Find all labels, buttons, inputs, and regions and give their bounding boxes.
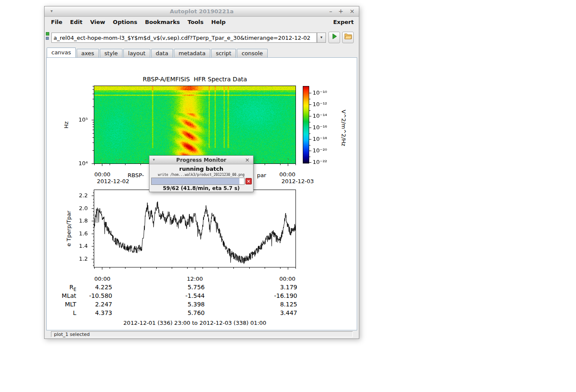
axis-tick-label: 10⁵ <box>66 116 88 123</box>
axis-tick <box>309 110 310 111</box>
spectrogram-plot[interactable] <box>94 86 296 164</box>
axis-tick <box>93 249 94 250</box>
axis-tick <box>93 224 94 225</box>
axis-tick <box>93 127 94 127</box>
ephemeris-row-label: RE <box>47 284 76 292</box>
tab-axes[interactable]: axes <box>77 49 99 57</box>
open-file-button[interactable] <box>342 32 354 43</box>
menu-help[interactable]: Help <box>207 17 229 27</box>
axis-tick-label: 2.2 <box>66 192 88 199</box>
axis-tick <box>93 215 94 215</box>
ephemeris-value: 5.760 <box>166 309 205 316</box>
axis-tick <box>93 130 94 130</box>
colorbar-tick-label: 10⁻¹² <box>313 101 333 107</box>
close-button[interactable]: × <box>349 8 355 15</box>
orange-folder-icon <box>344 33 352 39</box>
axis-tick <box>309 151 311 151</box>
tab-layout[interactable]: layout <box>123 49 150 57</box>
ephemeris-value: 3.447 <box>259 309 297 316</box>
axis-tick <box>93 227 94 228</box>
tab-style[interactable]: style <box>100 49 122 57</box>
axis-tick <box>93 265 94 266</box>
tab-canvas[interactable]: canvas <box>47 48 76 57</box>
axis-tick <box>125 164 125 165</box>
axis-tick <box>93 218 94 218</box>
menu-options[interactable]: Options <box>109 17 141 27</box>
axis-tick <box>93 99 94 99</box>
status-bar: plot_1 selected <box>45 330 359 339</box>
axis-tick <box>203 267 203 269</box>
axis-tick <box>93 221 94 221</box>
axis-tick <box>93 122 94 122</box>
axis-date-label: 2012-12-03 <box>278 178 317 184</box>
ephemeris-row-label: L <box>47 309 76 316</box>
progress-cancel-button[interactable]: × <box>245 178 252 184</box>
green-play-icon <box>331 33 337 39</box>
axis-date-label: 2012-12-02 <box>94 178 132 184</box>
axis-tick <box>309 104 311 105</box>
axis-tick <box>94 267 95 269</box>
progress-bar <box>151 178 245 185</box>
expert-mode-label[interactable]: Expert <box>333 17 354 27</box>
timeseries-ylabel: e Tperp/Tpar <box>66 211 72 246</box>
axis-tick <box>309 145 310 146</box>
progress-counter: 59/62 (41.8/min, eta 5.7 s) <box>149 185 253 191</box>
axis-tick-label: 00:00 <box>92 276 113 282</box>
axis-tick <box>309 139 311 140</box>
axis-tick-label: 1.8 <box>66 217 88 224</box>
dialog-titlebar[interactable]: ▾ Progress Monitor × <box>149 156 253 164</box>
uri-dropdown-button[interactable]: ▼ <box>317 33 326 43</box>
axis-tick-label: 00:00 <box>277 276 298 282</box>
axis-tick <box>265 267 265 269</box>
axis-tick-label: 00:00 <box>277 171 298 178</box>
go-button[interactable] <box>328 32 340 43</box>
tab-console[interactable]: console <box>237 49 268 57</box>
progress-status: running batch <box>149 166 253 172</box>
progress-monitor-dialog: ▾ Progress Monitor × running batch write… <box>149 155 254 192</box>
xaxis-label-fragment: RBSP- <box>128 172 144 178</box>
axis-tick <box>93 89 94 90</box>
tab-data[interactable]: data <box>151 49 173 57</box>
ephemeris-value: 4.225 <box>74 284 112 291</box>
menu-edit[interactable]: Edit <box>66 17 87 27</box>
axis-tick <box>93 252 94 253</box>
axis-tick <box>140 267 141 269</box>
colorbar-label: V^2/m^2/Hz <box>340 110 347 146</box>
axis-tick <box>93 255 94 256</box>
tab-script[interactable]: script <box>211 49 236 57</box>
colorbar-tick-label: 10⁻¹⁸ <box>313 136 333 142</box>
timeseries-plot[interactable] <box>94 190 296 267</box>
axis-tick <box>309 93 311 93</box>
menu-bookmarks[interactable]: Bookmarks <box>141 17 184 27</box>
tab-metadata[interactable]: metadata <box>174 49 210 57</box>
minimize-button[interactable]: – <box>329 8 332 15</box>
axis-tick <box>93 237 94 237</box>
axis-tick <box>93 205 94 205</box>
axis-tick <box>102 164 102 166</box>
axis-tick <box>265 164 265 165</box>
ephemeris-value: 5.756 <box>166 284 205 291</box>
ephemeris-row-label: MLT <box>47 301 76 308</box>
axis-tick <box>249 267 250 269</box>
axis-tick-label: 00:00 <box>92 171 113 178</box>
maximize-button[interactable]: + <box>338 8 343 15</box>
window-titlebar[interactable]: ▾ Autoplot 20190221a – + × <box>45 6 359 17</box>
menu-file[interactable]: File <box>47 17 66 27</box>
canvas-panel: RBSP-A/EMFISIS HFR Spectra Data Hz V^2/m… <box>46 57 357 330</box>
axis-tick-label: 1.4 <box>66 243 88 249</box>
menu-view[interactable]: View <box>86 17 109 27</box>
autoplot-window: ▾ Autoplot 20190221a – + × FileEditViewO… <box>44 6 359 339</box>
dialog-close-icon[interactable]: × <box>245 157 250 163</box>
axis-tick <box>93 259 94 259</box>
axis-tick <box>309 134 310 134</box>
menu-tools[interactable]: Tools <box>184 17 207 27</box>
uri-input[interactable] <box>51 33 317 43</box>
axis-tick <box>93 94 94 94</box>
axis-tick <box>94 164 95 165</box>
ephemeris-value: 8.125 <box>259 301 297 308</box>
colorbar[interactable] <box>303 86 309 163</box>
plot-canvas: RBSP-A/EMFISIS HFR Spectra Data Hz V^2/m… <box>47 58 357 330</box>
axis-tick <box>110 267 110 269</box>
plot-title: RBSP-A/EMFISIS HFR Spectra Data <box>94 76 295 83</box>
axis-tick <box>93 137 94 138</box>
